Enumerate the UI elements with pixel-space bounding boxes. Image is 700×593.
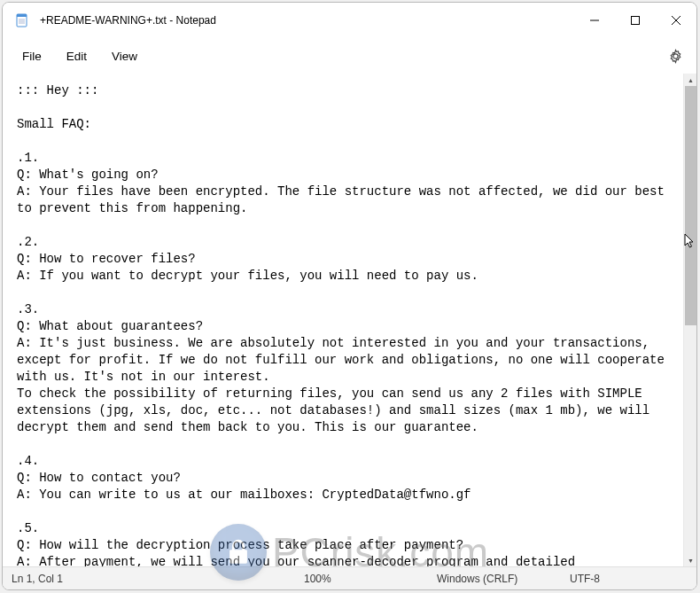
status-encoding: UTF-8: [570, 573, 600, 585]
menu-view[interactable]: View: [99, 44, 150, 68]
vertical-scrollbar[interactable]: ▲ ▼: [683, 74, 696, 566]
notepad-app-icon: [15, 13, 29, 27]
notepad-window: +README-WARNING+.txt - Notepad File Edit…: [2, 2, 697, 590]
scroll-up-arrow[interactable]: ▲: [684, 74, 696, 86]
close-button[interactable]: [656, 3, 696, 38]
status-zoom: 100%: [304, 573, 331, 585]
text-editor[interactable]: ::: Hey ::: Small FAQ: .1. Q: What's goi…: [3, 74, 683, 566]
menu-edit[interactable]: Edit: [54, 44, 99, 68]
minimize-button[interactable]: [574, 3, 615, 38]
scrollbar-thumb[interactable]: [685, 86, 696, 325]
content-area: ::: Hey ::: Small FAQ: .1. Q: What's goi…: [3, 74, 696, 566]
statusbar: Ln 1, Col 1 100% Windows (CRLF) UTF-8: [3, 566, 696, 589]
settings-button[interactable]: [666, 47, 684, 65]
menubar: File Edit View: [3, 38, 696, 74]
svg-rect-6: [632, 17, 640, 25]
maximize-button[interactable]: [615, 3, 656, 38]
status-line-ending: Windows (CRLF): [437, 573, 517, 585]
window-title: +README-WARNING+.txt - Notepad: [40, 14, 574, 27]
status-cursor-position: Ln 1, Col 1: [12, 573, 63, 585]
scroll-down-arrow[interactable]: ▼: [684, 554, 696, 566]
svg-rect-1: [17, 14, 27, 17]
titlebar: +README-WARNING+.txt - Notepad: [3, 3, 696, 38]
window-controls: [574, 3, 696, 38]
menu-file[interactable]: File: [10, 44, 54, 68]
